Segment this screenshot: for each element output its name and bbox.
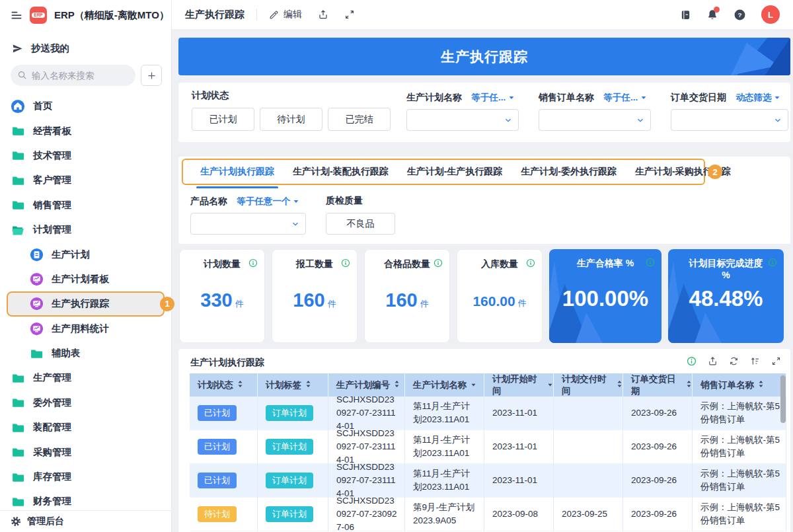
plan-status-option-0[interactable]: 已计划 <box>192 108 254 131</box>
column-header-3[interactable]: 生产计划名称 <box>405 373 484 397</box>
tab-label: 生产计划执行跟踪 <box>200 166 274 178</box>
kpi-value: 160件 <box>272 289 357 311</box>
sidebar-item-15[interactable]: 库存管理 <box>0 465 171 489</box>
info-icon[interactable] <box>646 258 655 269</box>
tab-label: 生产计划-装配执行跟踪 <box>293 166 389 178</box>
kpi-title: 报工数量 <box>272 258 357 270</box>
avatar[interactable]: L <box>761 5 780 24</box>
defective-filter-button[interactable]: 不良品 <box>326 213 395 235</box>
plus-icon <box>147 71 157 81</box>
tab-1[interactable]: 生产计划-装配执行跟踪 <box>283 159 398 185</box>
refresh-icon[interactable] <box>729 356 739 366</box>
column-header-5[interactable]: 计划交付时间 <box>554 373 623 397</box>
plan-status-option-2[interactable]: 已完结 <box>328 108 391 131</box>
plan-name-select[interactable] <box>406 109 519 131</box>
sidebar-item-13[interactable]: 装配管理 <box>0 415 171 439</box>
tab-4[interactable]: 生产计划-采购执行跟踪 <box>626 159 740 185</box>
column-header-7[interactable]: 销售订单名称 <box>693 373 786 397</box>
cell-sales-order: 示例：上海帆软-第5份销售订单 <box>693 397 786 430</box>
column-header-2[interactable]: 生产计划编号 <box>328 373 405 397</box>
plan-status-option-1[interactable]: 待计划 <box>260 108 322 131</box>
sidebar-item-5[interactable]: 计划管理 <box>0 217 171 242</box>
add-button[interactable] <box>141 65 162 86</box>
folder-icon <box>11 124 25 137</box>
cell-text: SCJHXSDD230927-07-231114-01 <box>336 464 399 498</box>
tab-0[interactable]: 生产计划执行跟踪 <box>191 159 283 185</box>
sales-order-operator[interactable]: 等于任... <box>603 92 647 104</box>
kpi-label: 报工数量 <box>296 258 333 269</box>
info-icon[interactable] <box>768 258 777 269</box>
cell-plan-code: SCJHXSDD230927-07-231114-01 <box>328 397 405 430</box>
plan-name-operator[interactable]: 等于任... <box>471 92 515 104</box>
product-name-select[interactable] <box>190 213 306 235</box>
help-button[interactable]: ? <box>734 9 746 21</box>
kpi-unit: 件 <box>235 299 244 309</box>
table-fullscreen-icon[interactable] <box>771 356 781 366</box>
cell-text: 2023-09-08 <box>492 508 538 521</box>
sidebar-item-2[interactable]: 技术管理 <box>0 143 171 168</box>
sidebar-item-admin[interactable]: 管理后台 <box>0 510 171 532</box>
cell-deliver-date <box>554 464 623 498</box>
collapse-menu-icon[interactable] <box>11 10 22 20</box>
tab-2[interactable]: 生产计划-生产执行跟踪 <box>398 159 512 185</box>
column-header-0[interactable]: 计划状态 <box>190 373 258 397</box>
doc-icon <box>29 248 44 262</box>
sort-settings-icon[interactable] <box>750 356 760 366</box>
sidebar-item-8[interactable]: 生产执行跟踪1 <box>7 291 165 316</box>
sidebar-item-12[interactable]: 委外管理 <box>0 391 171 415</box>
sidebar-item-copy-to-me[interactable]: 抄送我的 <box>12 38 171 58</box>
home-icon <box>11 99 25 114</box>
help-icon: ? <box>734 9 746 21</box>
info-icon[interactable] <box>526 258 535 270</box>
sidebar-item-4[interactable]: 销售管理 <box>0 193 171 217</box>
info-icon[interactable] <box>248 258 258 270</box>
sidebar-item-6[interactable]: 生产计划 <box>0 242 171 266</box>
delivery-date-operator[interactable]: 动态筛选 <box>736 92 780 104</box>
column-header-1[interactable]: 计划标签 <box>258 373 328 397</box>
column-header-6[interactable]: 订单交货日期 <box>623 373 693 397</box>
export-button[interactable] <box>318 9 328 20</box>
cell-start-date: 2023-11-01 <box>484 464 554 498</box>
edit-button[interactable]: 编辑 <box>269 9 302 20</box>
notebook-button[interactable] <box>680 9 691 20</box>
table-header: 计划状态计划标签生产计划编号生产计划名称计划开始时间计划交付时间订单交货日期销售… <box>190 373 786 397</box>
product-name-operator[interactable]: 等于任意一个 <box>237 196 299 208</box>
kpi-card-3: 入库数量160.00件 <box>457 249 543 343</box>
info-icon[interactable] <box>687 356 697 366</box>
search-input[interactable] <box>11 65 135 86</box>
sidebar-item-1[interactable]: 经营看板 <box>0 118 171 143</box>
sidebar-item-10[interactable]: 辅助表 <box>0 341 171 365</box>
tab-label: 生产计划-生产执行跟踪 <box>407 166 503 178</box>
kpi-title: 生产合格率 % <box>549 258 661 270</box>
delivery-date-select[interactable] <box>671 109 788 131</box>
sidebar-search <box>0 65 171 86</box>
fullscreen-button[interactable] <box>344 9 355 20</box>
filter-caret-icon <box>471 380 476 390</box>
sidebar-item-0[interactable]: 首页 <box>0 94 171 118</box>
kpi-number: 160 <box>293 289 324 311</box>
cell-text: 2023-11-01 <box>492 406 537 420</box>
sidebar-item-7[interactable]: 生产计划看板 <box>0 267 171 291</box>
topbar: 生产执行跟踪 编辑 ? L <box>172 0 793 30</box>
sales-order-select[interactable] <box>539 109 651 131</box>
chevron-down-icon <box>636 116 644 124</box>
sidebar-item-11[interactable]: 生产管理 <box>0 365 171 390</box>
sidebar-item-14[interactable]: 采购管理 <box>0 439 171 464</box>
cell-text: 第9月-生产计划2023.9A05 <box>413 501 478 528</box>
notifications-button[interactable] <box>706 9 718 20</box>
cell-plan-status: 已计划 <box>190 397 258 430</box>
info-icon[interactable] <box>341 258 350 270</box>
sidebar-item-3[interactable]: 客户管理 <box>0 168 171 192</box>
table-row: 已计划订单计划SCJHXSDD230927-07-231114-01第11月-生… <box>190 430 786 464</box>
sidebar-item-label: 生产用料统计 <box>52 323 109 335</box>
kpi-label: 入库数量 <box>481 258 518 269</box>
tab-3[interactable]: 生产计划-委外执行跟踪 <box>511 159 626 185</box>
sidebar: ERP ERP（精细版-离散MTO） 抄送我的 首页经营看板技术管理客户管理销售… <box>0 0 172 532</box>
cell-order-date: 2023-09-26 <box>623 397 693 430</box>
column-header-4[interactable]: 计划开始时间 <box>484 373 554 397</box>
folder-icon <box>11 198 25 211</box>
table-export-icon[interactable] <box>708 356 718 366</box>
sidebar-item-9[interactable]: 生产用料统计 <box>0 317 171 341</box>
table-scrollbar[interactable] <box>780 375 786 423</box>
info-icon[interactable] <box>434 258 443 270</box>
